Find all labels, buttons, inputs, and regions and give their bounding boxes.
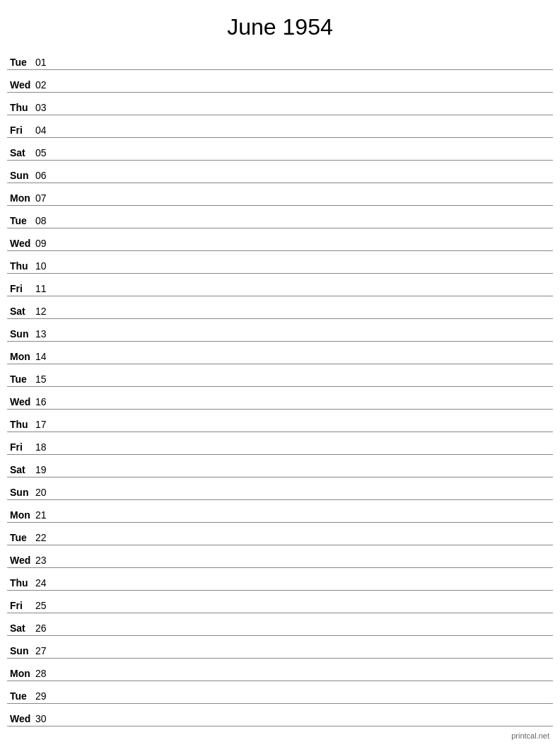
day-number: 29 (35, 690, 57, 702)
calendar-row: Mon28 (7, 659, 553, 681)
day-name: Sat (7, 147, 35, 158)
calendar-row: Sat12 (7, 296, 553, 319)
day-number: 19 (35, 464, 57, 475)
day-name: Sun (7, 170, 35, 181)
day-number: 18 (35, 441, 57, 453)
day-number: 09 (35, 238, 57, 249)
page-title: June 1954 (0, 0, 560, 47)
day-name: Tue (7, 57, 35, 68)
calendar-row: Wed09 (7, 228, 553, 251)
day-number: 10 (35, 260, 57, 272)
day-number: 13 (35, 328, 57, 340)
day-name: Mon (7, 351, 35, 362)
calendar-row: Fri25 (7, 591, 553, 613)
day-name: Mon (7, 192, 35, 204)
calendar-row: Mon07 (7, 183, 553, 206)
calendar-row: Thu03 (7, 93, 553, 115)
day-number: 11 (35, 283, 57, 294)
day-name: Fri (7, 600, 35, 611)
calendar-row: Fri18 (7, 432, 553, 455)
day-name: Thu (7, 260, 35, 272)
calendar-row: Sat05 (7, 138, 553, 161)
day-name: Sun (7, 328, 35, 340)
day-name: Sun (7, 645, 35, 656)
day-number: 22 (35, 532, 57, 543)
day-name: Sat (7, 306, 35, 317)
calendar-grid: Tue01Wed02Thu03Fri04Sat05Sun06Mon07Tue08… (0, 47, 560, 726)
calendar-row: Wed16 (7, 387, 553, 410)
day-name: Sat (7, 622, 35, 634)
day-name: Thu (7, 419, 35, 430)
day-number: 26 (35, 622, 57, 634)
day-name: Thu (7, 577, 35, 589)
day-number: 15 (35, 374, 57, 385)
day-number: 03 (35, 102, 57, 113)
day-name: Wed (7, 713, 35, 724)
calendar-row: Thu24 (7, 568, 553, 591)
calendar-row: Sun06 (7, 161, 553, 183)
calendar-row: Thu17 (7, 410, 553, 432)
calendar-row: Fri04 (7, 115, 553, 138)
calendar-row: Sun13 (7, 319, 553, 342)
calendar-row: Mon14 (7, 342, 553, 364)
day-number: 05 (35, 147, 57, 158)
day-number: 02 (35, 79, 57, 91)
calendar-row: Sun27 (7, 636, 553, 659)
day-name: Fri (7, 283, 35, 294)
day-name: Sun (7, 487, 35, 498)
day-number: 28 (35, 668, 57, 679)
day-name: Wed (7, 238, 35, 249)
day-name: Wed (7, 79, 35, 91)
calendar-row: Sun20 (7, 477, 553, 500)
calendar-row: Wed30 (7, 704, 553, 726)
day-number: 16 (35, 396, 57, 407)
day-name: Sat (7, 464, 35, 475)
calendar-row: Tue01 (7, 47, 553, 70)
day-name: Thu (7, 102, 35, 113)
day-number: 04 (35, 124, 57, 136)
day-number: 07 (35, 192, 57, 204)
day-name: Tue (7, 215, 35, 226)
day-number: 24 (35, 577, 57, 589)
day-name: Fri (7, 124, 35, 136)
day-number: 20 (35, 487, 57, 498)
day-name: Fri (7, 441, 35, 453)
day-name: Wed (7, 555, 35, 566)
calendar-row: Fri11 (7, 274, 553, 296)
day-name: Mon (7, 668, 35, 679)
day-number: 17 (35, 419, 57, 430)
day-number: 01 (35, 57, 57, 68)
day-number: 23 (35, 555, 57, 566)
day-name: Tue (7, 374, 35, 385)
calendar-row: Sat19 (7, 455, 553, 477)
calendar-row: Tue15 (7, 364, 553, 387)
calendar-row: Tue29 (7, 681, 553, 704)
calendar-row: Tue22 (7, 523, 553, 545)
calendar-row: Tue08 (7, 206, 553, 228)
day-name: Tue (7, 690, 35, 702)
calendar-row: Wed23 (7, 545, 553, 568)
day-name: Mon (7, 509, 35, 521)
calendar-row: Thu10 (7, 251, 553, 274)
calendar-row: Wed02 (7, 70, 553, 93)
day-number: 08 (35, 215, 57, 226)
day-number: 14 (35, 351, 57, 362)
day-number: 25 (35, 600, 57, 611)
day-number: 12 (35, 306, 57, 317)
calendar-row: Mon21 (7, 500, 553, 523)
footer-text: printcal.net (511, 731, 549, 740)
day-number: 30 (35, 713, 57, 724)
day-number: 06 (35, 170, 57, 181)
day-name: Wed (7, 396, 35, 407)
calendar-row: Sat26 (7, 613, 553, 636)
day-number: 21 (35, 509, 57, 521)
day-number: 27 (35, 645, 57, 656)
day-name: Tue (7, 532, 35, 543)
